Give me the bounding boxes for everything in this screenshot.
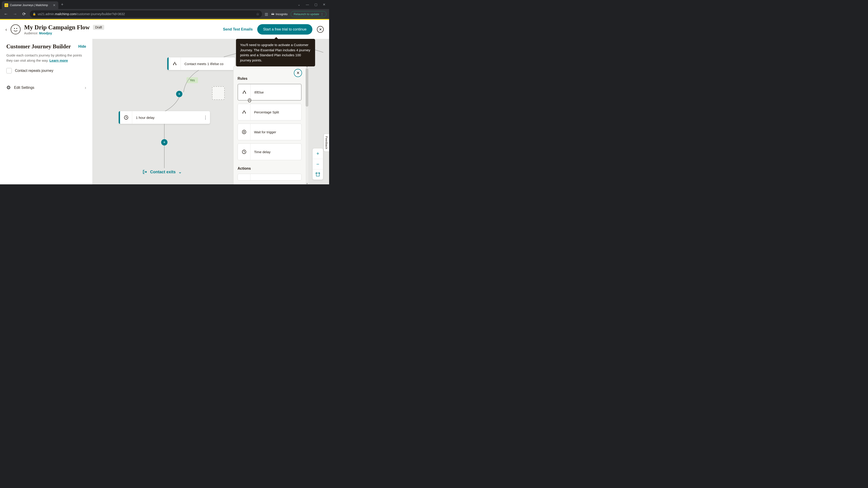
send-test-link[interactable]: Send Test Emails (223, 27, 253, 31)
close-builder-button[interactable]: ✕ (317, 26, 324, 33)
browser-toolbar: ← → ⟳ 🔒 us21.admin.mailchimp.com/custome… (0, 9, 329, 19)
edit-settings-row[interactable]: ⚙ Edit Settings › (6, 82, 86, 94)
sidebar: Customer Journey Builder Hide Guide each… (0, 39, 93, 184)
connector-line (164, 145, 164, 168)
hide-sidebar-link[interactable]: Hide (78, 44, 86, 48)
rule-ifelse[interactable]: If/Else (238, 84, 302, 101)
url-text: us21.admin.mailchimp.com/customer-journe… (38, 12, 125, 16)
campaign-title[interactable]: My Drip Campaign Flow (24, 24, 90, 31)
svg-rect-6 (316, 173, 319, 176)
repeat-journey-label: Contact repeats journey (15, 69, 53, 73)
clock-icon (238, 144, 250, 160)
maximize-icon[interactable]: ▢ (314, 3, 317, 6)
audience-row: Audience: Moodjoy (24, 31, 104, 35)
svg-point-4 (242, 130, 246, 134)
chevron-down-icon: ⌄ (178, 169, 182, 174)
split-icon (238, 104, 250, 120)
upgrade-tooltip: You'll need to upgrade to activate a Cus… (236, 39, 315, 66)
tab-title: Customer Journeys | Mailchimp (10, 4, 51, 7)
forward-button[interactable]: → (12, 12, 18, 17)
svg-point-0 (11, 25, 20, 34)
zoom-controls: + − (312, 148, 323, 180)
chevron-right-icon: › (85, 86, 86, 90)
back-button[interactable]: ← (3, 12, 9, 17)
gear-icon: ⚙ (6, 85, 11, 91)
chevron-down-icon[interactable]: ⌄ (298, 3, 301, 6)
bookmark-star-icon[interactable]: ☆ (256, 12, 259, 16)
new-tab-button[interactable]: + (61, 2, 64, 7)
start-trial-button[interactable]: Start a free trial to continue (257, 24, 312, 35)
rules-heading: Rules (238, 76, 302, 80)
fit-screen-button[interactable] (313, 169, 323, 180)
sidebar-description: Guide each contact's journey by plotting… (6, 53, 86, 63)
contact-exits-row[interactable]: Contact exits ⌄ (143, 169, 182, 174)
add-step-button[interactable]: + (176, 91, 182, 97)
lock-icon: 🔒 (33, 12, 36, 15)
svg-point-1 (14, 28, 15, 29)
tab-close-icon[interactable]: ✕ (53, 3, 56, 7)
close-window-icon[interactable]: ✕ (323, 3, 326, 6)
split-icon (168, 57, 181, 70)
audience-link[interactable]: Moodjoy (39, 31, 52, 35)
ifelse-node-text: Contact meets 1 if/else co (181, 57, 227, 70)
kebab-icon: ⋮ (320, 12, 323, 16)
zoom-in-button[interactable]: + (313, 149, 323, 159)
close-panel-button[interactable]: ✕ (294, 69, 302, 77)
incognito-icon: 🕶 (271, 12, 274, 16)
svg-point-2 (16, 28, 17, 29)
mailchimp-logo-icon[interactable] (11, 24, 21, 34)
node-menu-icon[interactable]: ⋮ (201, 111, 210, 124)
browser-tab[interactable]: 🐵 Customer Journeys | Mailchimp ✕ (2, 1, 58, 9)
favicon-icon: 🐵 (4, 3, 8, 7)
window-controls: ⌄ — ▢ ✕ (298, 3, 329, 6)
connector-line (164, 124, 164, 140)
actions-heading: Actions (238, 166, 302, 170)
learn-more-link[interactable]: Learn more (50, 59, 68, 62)
reload-button[interactable]: ⟳ (21, 11, 27, 17)
repeat-journey-checkbox[interactable] (6, 68, 12, 73)
pause-icon (238, 124, 250, 140)
zoom-out-button[interactable]: − (313, 159, 323, 169)
rules-panel: ✕ Rules If/Else Percentage Split Wait fo… (233, 66, 306, 184)
back-chevron-icon[interactable]: ‹ (5, 27, 7, 32)
scroll-down-icon[interactable]: ▼ (306, 183, 308, 184)
sidebar-title: Customer Journey Builder (6, 43, 71, 50)
add-step-button[interactable]: + (161, 139, 167, 145)
drop-target[interactable] (212, 86, 225, 100)
rule-time-delay[interactable]: Time delay (238, 143, 302, 160)
browser-tab-strip: 🐵 Customer Journeys | Mailchimp ✕ + ⌄ — … (0, 0, 329, 9)
exit-icon (143, 169, 147, 174)
scrollbar-thumb[interactable] (306, 68, 308, 107)
delay-node[interactable]: 1 hour delay ⋮ (119, 111, 210, 124)
app-header: ‹ My Drip Campaign Flow Draft Audience: … (0, 20, 329, 39)
address-bar[interactable]: 🔒 us21.admin.mailchimp.com/customer-jour… (30, 10, 262, 18)
action-card[interactable] (238, 174, 302, 181)
panel-icon[interactable]: ▥ (265, 12, 268, 16)
feedback-tab[interactable]: Feedback (324, 134, 329, 152)
panel-scrollbar[interactable]: ▲ ▼ (306, 66, 308, 184)
split-icon (238, 84, 251, 100)
rule-wait-trigger[interactable]: Wait for trigger (238, 124, 302, 140)
rule-percentage-split[interactable]: Percentage Split (238, 104, 302, 121)
relaunch-button[interactable]: Relaunch to update ⋮ (291, 11, 327, 17)
status-badge: Draft (93, 25, 104, 30)
delay-node-text: 1 hour delay (132, 111, 201, 124)
clock-icon (120, 111, 132, 124)
minimize-icon[interactable]: — (306, 3, 309, 6)
ifelse-node[interactable]: Contact meets 1 if/else co (167, 57, 235, 70)
incognito-badge: 🕶 Incognito (271, 12, 287, 16)
